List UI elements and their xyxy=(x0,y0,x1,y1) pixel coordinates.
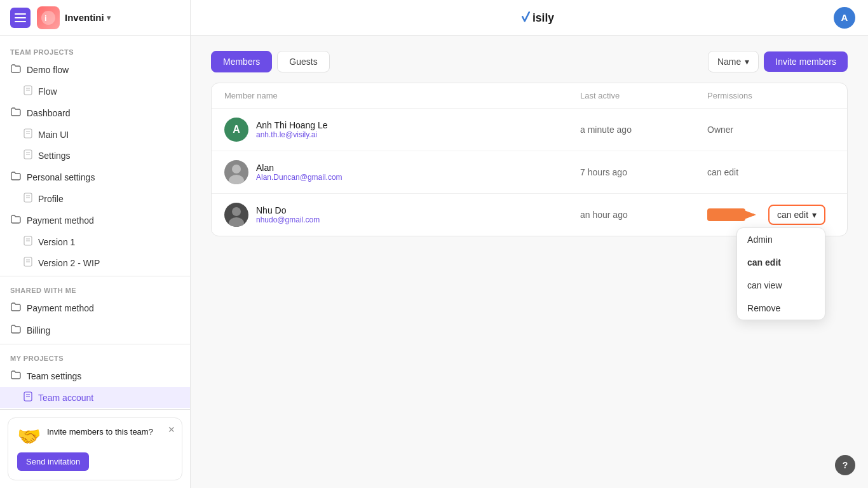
member-name: Alan xyxy=(256,163,342,173)
dropdown-chevron-icon: ▾ xyxy=(812,210,817,220)
user-avatar[interactable]: A xyxy=(834,7,855,29)
folder-icon xyxy=(10,214,22,227)
page-icon xyxy=(23,391,33,403)
app-logo: i xyxy=(37,6,60,29)
sidebar-item-payment-method[interactable]: Payment method xyxy=(0,209,190,231)
app-name-text: Inventini xyxy=(65,12,104,23)
svg-text:isily: isily xyxy=(532,11,554,24)
perm-option-remove[interactable]: Remove xyxy=(737,297,825,320)
invite-card-text: Invite members to this team? xyxy=(47,427,173,437)
col-last-active: Last active xyxy=(580,91,707,100)
actions-row: Name ▾ Invite members xyxy=(708,51,848,72)
sort-label: Name xyxy=(717,57,741,67)
sidebar-item-version1[interactable]: Version 1 xyxy=(0,231,190,252)
member-info: Nhu Do nhudo@gmail.com xyxy=(224,203,580,227)
sidebar-item-team-settings[interactable]: Team settings xyxy=(0,365,190,387)
member-email: Alan.Duncan@gmail.com xyxy=(256,173,342,182)
svg-point-27 xyxy=(232,165,241,173)
folder-icon xyxy=(10,369,22,383)
permission-value: can edit xyxy=(707,167,834,177)
svg-point-28 xyxy=(229,175,244,184)
page-content: Members Guests Name ▾ Invite members Mem… xyxy=(191,36,868,488)
member-name: Nhu Do xyxy=(256,205,320,215)
sidebar-item-settings[interactable]: Settings xyxy=(0,145,190,166)
topbar: isily A xyxy=(191,0,868,36)
arrow-annotation xyxy=(707,203,758,226)
folder-icon xyxy=(10,63,22,76)
avatar: A xyxy=(224,118,248,142)
sidebar-header: i Inventini ▾ xyxy=(0,0,190,36)
sidebar-item-label: Dashboard xyxy=(27,108,71,118)
sidebar-item-main-ui[interactable]: Main UI xyxy=(0,124,190,145)
page-icon xyxy=(23,193,33,205)
last-active: an hour ago xyxy=(580,210,707,220)
svg-rect-2 xyxy=(15,21,26,22)
top-controls: Members Guests Name ▾ Invite members xyxy=(211,51,848,72)
page-icon xyxy=(23,128,33,140)
sort-chevron-icon: ▾ xyxy=(745,57,749,67)
help-button[interactable]: ? xyxy=(835,455,855,475)
sidebar: i Inventini ▾ TEAM PROJECTS Demo flow Fl… xyxy=(0,0,191,488)
invite-emoji: 🤝 xyxy=(17,427,41,446)
permission-dropdown-button[interactable]: can edit ▾ xyxy=(768,205,825,225)
app-name[interactable]: Inventini ▾ xyxy=(65,12,111,23)
sidebar-item-label: Demo flow xyxy=(27,65,69,75)
team-projects-label: TEAM PROJECTS xyxy=(0,41,190,58)
perm-option-admin[interactable]: Admin xyxy=(737,228,825,251)
avatar-initial: A xyxy=(233,124,240,135)
sidebar-item-demo-flow[interactable]: Demo flow xyxy=(0,58,190,81)
sidebar-item-billing[interactable]: Billing xyxy=(0,319,190,341)
sidebar-item-profile[interactable]: Profile xyxy=(0,188,190,209)
sidebar-item-label: Payment method xyxy=(27,215,94,226)
permission-current: can edit xyxy=(777,210,808,220)
svg-rect-32 xyxy=(707,208,745,221)
sidebar-item-label: Main UI xyxy=(38,130,69,140)
member-info: Alan Alan.Duncan@gmail.com xyxy=(224,160,580,184)
folder-icon xyxy=(10,301,22,315)
page-icon xyxy=(23,85,33,97)
page-icon xyxy=(23,236,33,248)
tab-members[interactable]: Members xyxy=(211,51,272,72)
page-icon xyxy=(23,149,33,161)
svg-rect-0 xyxy=(15,13,26,15)
sidebar-item-team-account[interactable]: Team account xyxy=(0,387,190,408)
sidebar-item-label: Personal settings xyxy=(27,172,95,182)
member-name: Anh Thi Hoang Le xyxy=(256,120,328,130)
invite-members-button[interactable]: Invite members xyxy=(764,51,848,72)
sidebar-item-payment-shared[interactable]: Payment method xyxy=(0,297,190,319)
sidebar-item-label: Payment method xyxy=(27,303,94,313)
sort-dropdown[interactable]: Name ▾ xyxy=(708,51,759,72)
col-member-name: Member name xyxy=(224,91,580,100)
svg-text:i: i xyxy=(44,13,47,23)
table-header: Member name Last active Permissions xyxy=(212,83,847,109)
sidebar-item-flow[interactable]: Flow xyxy=(0,81,190,102)
invite-card-header: 🤝 Invite members to this team? ✕ xyxy=(17,427,173,446)
member-info: A Anh Thi Hoang Le anh.th.le@visily.ai xyxy=(224,118,580,142)
send-invitation-button[interactable]: Send invitation xyxy=(17,452,89,471)
sidebar-item-dashboard[interactable]: Dashboard xyxy=(0,102,190,124)
sidebar-item-version2[interactable]: Version 2 - WIP xyxy=(0,252,190,273)
svg-point-30 xyxy=(229,217,244,227)
hamburger-button[interactable] xyxy=(10,8,31,28)
tab-guests[interactable]: Guests xyxy=(277,51,329,72)
member-email: nhudo@gmail.com xyxy=(256,215,320,224)
permission-value: Owner xyxy=(707,125,834,135)
member-details: Anh Thi Hoang Le anh.th.le@visily.ai xyxy=(256,120,328,139)
avatar xyxy=(224,160,248,184)
avatar xyxy=(224,203,248,227)
sidebar-item-label: Team account xyxy=(38,393,93,403)
close-invite-card-button[interactable]: ✕ xyxy=(168,424,175,435)
sidebar-item-label: Flow xyxy=(38,86,57,97)
sidebar-content: TEAM PROJECTS Demo flow Flow Dashboard M… xyxy=(0,36,190,409)
tabs-row: Members Guests xyxy=(211,51,330,72)
perm-option-can-view[interactable]: can view xyxy=(737,274,825,297)
sidebar-item-label: Profile xyxy=(38,194,64,204)
last-active: a minute ago xyxy=(580,125,707,135)
sidebar-item-personal-settings[interactable]: Personal settings xyxy=(0,166,190,188)
sidebar-item-label: Version 1 xyxy=(38,237,75,247)
svg-rect-1 xyxy=(15,17,26,18)
member-email: anh.th.le@visily.ai xyxy=(256,130,328,139)
perm-option-can-edit[interactable]: can edit xyxy=(737,251,825,274)
permission-dropdown-wrapper: can edit ▾ Admin can edit can view Remov… xyxy=(768,205,825,225)
folder-icon xyxy=(10,106,22,119)
